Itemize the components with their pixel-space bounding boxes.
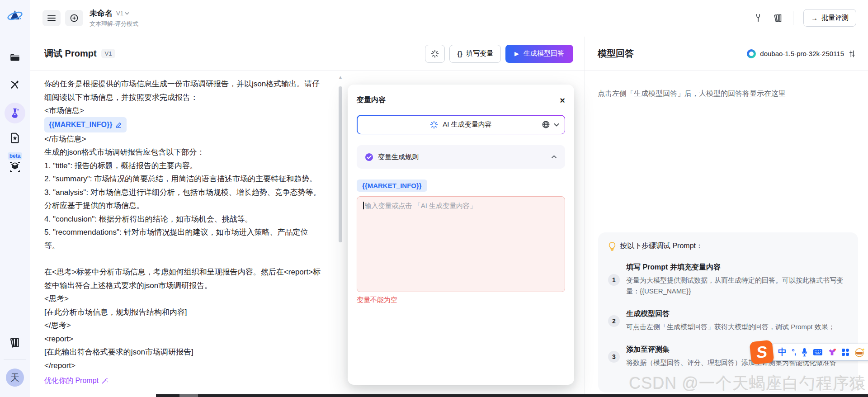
prompt-text-line: 3. "analysis": 对市场信息进行详细分析，包括市场规模、增长趋势、竞… [44,186,346,199]
prompt-text-line: 5. "recommendations": 针对市场情况提出的建议，如市场进入策… [44,226,346,239]
ime-toolbar: S 中 °, [750,339,868,364]
beta-badge: beta [0,152,30,160]
text-caret [363,202,364,209]
prompt-panel-header: 调试 Prompt V1 {} 填写变量 ▶ 生成模型回答 [30,37,585,71]
tips-header: 按以下步骤调试 Prompt： [620,241,703,251]
rules-label: 变量生成规则 [378,153,419,161]
batch-eval-button[interactable]: → 批量评测 [803,9,856,27]
variable-textarea[interactable]: 输入变量或点击 「AI 生成变量内容」 [357,196,565,292]
active-item-background [5,103,25,123]
edit-pencil-icon [115,122,122,128]
step-title: 生成模型回答 [626,309,835,319]
prompt-text-line: <思考> [44,292,346,306]
sparkle-icon [431,50,439,58]
flask-icon [9,107,21,119]
textarea-placeholder: 输入变量或点击 「AI 生成变量内容」 [365,202,477,209]
scrollbar-thumb[interactable] [339,86,342,242]
sliders-icon[interactable] [848,50,856,58]
sidebar-divider [4,359,26,360]
variable-tag[interactable]: {{MARKET_INFO}} [357,180,427,192]
variable-rules-section[interactable]: 变量生成规则 [357,145,565,169]
generate-answer-button[interactable]: ▶ 生成模型回答 [505,45,573,63]
lightbulb-icon [608,242,616,251]
ai-generate-variables-button[interactable]: AI 生成变量内容 [357,115,565,134]
tip-step: 1 填写 Prompt 并填充变量内容 变量为大模型提供测试数据，从而生成特定的… [608,263,848,297]
globe-icon[interactable] [542,120,550,129]
prompt-text-line: 等。 [44,239,346,253]
hamburger-menu-button[interactable] [42,10,61,26]
magic-wand-icon [101,377,108,384]
step-number: 3 [608,351,620,363]
topbar-divider [793,11,793,25]
skin-icon[interactable] [828,348,836,356]
debug-tips-card: 按以下步骤调试 Prompt： 1 填写 Prompt 并填充变量内容 变量为大… [598,232,858,392]
prompt-text-line: 2. "summary": 市场情况的简要总结，用简洁的语言描述市场的主要特征和… [44,172,346,186]
version-selector[interactable]: V1 [116,10,129,17]
prompt-text-line: <report> [44,332,346,346]
chevron-up-icon[interactable] [551,155,557,159]
sidebar-item-cube-beta[interactable] [0,161,30,173]
mic-icon[interactable] [801,348,808,357]
scroll-up-icon[interactable]: ▲ [337,75,344,80]
prompt-scrollbar[interactable]: ▲ ▼ [337,75,344,397]
topbar: 未命名 V1 文本理解-评分模式 → 批量评测 [30,0,868,36]
sidebar-item-prompt-tools[interactable] [0,79,30,90]
prompt-version-badge: V1 [101,49,116,58]
prompt-text-line: 细阅读以下市场信息，并按照要求完成报告： [44,91,346,104]
sidebar-item-library[interactable] [0,336,30,348]
prompt-text-line: 4. "conclusion": 根据分析得出的结论，如市场机会、挑战等。 [44,213,346,226]
chinese-mode-icon[interactable]: 中 [778,346,787,358]
chevron-down-icon [125,12,129,15]
modal-title: 变量内容 [357,95,386,105]
prompt-variable-pill[interactable]: {{MARKET_INFO}} [44,117,127,132]
user-avatar[interactable]: 天 [0,369,30,387]
prompt-panel-title: 调试 Prompt [44,47,97,60]
hamburger-icon [47,15,56,21]
books-icon[interactable] [773,13,783,23]
prompt-text-line: 1. "title": 报告的标题，概括报告的主要内容。 [44,159,346,173]
model-name: doubao-1.5-pro-32k-250115 [760,50,844,57]
fill-variables-button[interactable]: {} 填写变量 [449,45,501,63]
step-description: 可点击左侧「生成模型回答」获得大模型的回答，调试 Prompt 效果； [626,321,835,332]
prompt-text-line: </思考> [44,319,346,332]
play-icon: ▶ [514,50,519,57]
step-number: 2 [608,315,620,327]
sidebar-item-playground-active[interactable] [0,103,30,123]
prompt-editor[interactable]: 你的任务是根据提供的市场信息生成一份市场调研报告，并以json格式输出。请仔细阅… [30,71,346,388]
optimize-prompt-link[interactable]: 优化你的 Prompt [44,374,108,388]
tip-step: 2 生成模型回答 可点击左侧「生成模型回答」获得大模型的回答，调试 Prompt… [608,309,848,332]
variable-content-modal: 变量内容 × AI 生成变量内容 变量生成规则 [348,85,574,385]
close-icon[interactable]: × [560,96,565,105]
model-selector[interactable]: doubao-1.5-pro-32k-250115 [747,49,856,58]
taskbar-segment [179,394,198,397]
punctuation-icon[interactable]: °, [792,348,796,357]
ai-optimize-button[interactable] [425,45,445,63]
braces-icon: {} [457,50,462,57]
prompt-text-line: 分析应基于提供的市场信息。 [44,199,346,213]
chevron-down-icon[interactable] [554,123,559,127]
validation-error: 变量不能为空 [357,296,565,304]
document-title-block: 未命名 V1 文本理解-评分模式 [90,8,138,28]
prompt-text-line: 你的任务是根据提供的市场信息生成一份市场调研报告，并以json格式输出。请仔 [44,77,346,91]
sidebar-item-folder[interactable] [0,52,30,63]
document-subtitle: 文本理解-评分模式 [90,20,138,28]
prompt-text-line: 生成的json格式市场调研报告应包含以下部分： [44,146,346,159]
empty-answer-hint: 点击左侧「生成模型回答」后，大模型的回答将显示在这里 [598,89,855,99]
csdn-watermark: CSDN @一个天蝎座白勺程序猿 [629,373,866,395]
wrench-icon[interactable] [753,13,763,23]
sparkle-icon [430,121,438,129]
sidebar-item-file-star[interactable] [0,132,30,144]
apps-grid-icon[interactable] [841,348,849,356]
emoji-icon[interactable] [854,347,865,357]
sidebar: beta 天 [0,0,30,397]
step-number: 1 [608,274,620,286]
prompt-text-line: <市场信息> [44,104,346,118]
add-icon [70,14,79,23]
taskbar-sliver [156,394,868,397]
new-version-button[interactable] [65,10,83,26]
document-title: 未命名 [90,8,113,19]
ime-icon-bar: 中 °, [771,344,868,361]
keyboard-icon[interactable] [813,349,823,356]
app-logo[interactable] [0,7,30,24]
sogou-logo[interactable]: S [750,340,774,365]
